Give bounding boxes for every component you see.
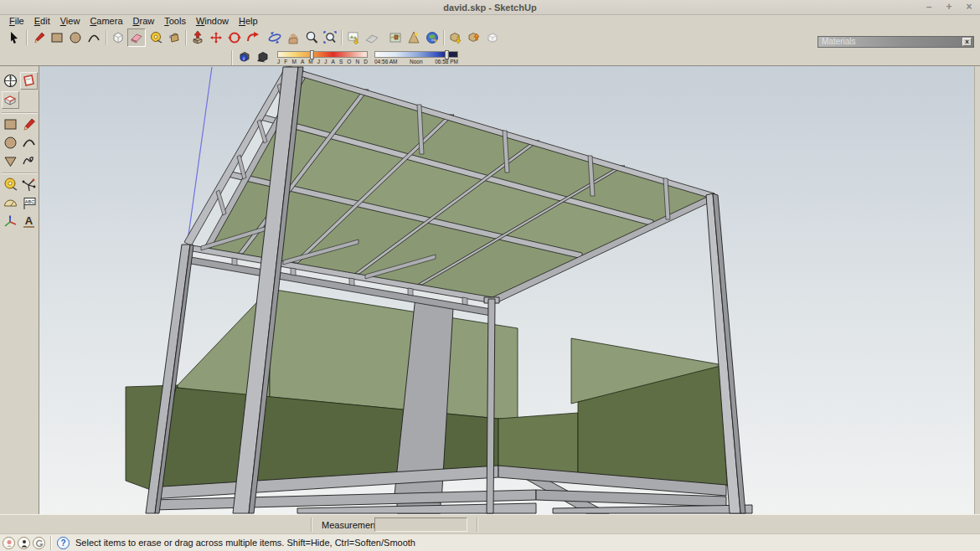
component-box-button[interactable] xyxy=(483,28,502,47)
circle-tool-button[interactable] xyxy=(66,28,85,47)
date-slider-thumb[interactable] xyxy=(310,50,314,59)
palette-separator xyxy=(2,112,38,114)
menu-bar: File Edit View Camera Draw Tools Window … xyxy=(0,15,980,28)
pan-tool-button[interactable] xyxy=(284,28,302,47)
palette-freehand-button[interactable] xyxy=(20,152,38,170)
materials-close-button[interactable]: x xyxy=(962,38,972,46)
menu-file[interactable]: File xyxy=(4,15,29,28)
status-message: Select items to erase or drag across mul… xyxy=(75,538,415,548)
arc-icon xyxy=(21,135,37,151)
svg-text:S: S xyxy=(9,83,12,87)
section-plane-button[interactable] xyxy=(20,72,38,90)
select-tool-button[interactable] xyxy=(5,28,23,47)
orbit-tool-button[interactable] xyxy=(266,28,284,47)
move-icon xyxy=(209,30,224,45)
make-component-button[interactable] xyxy=(109,28,127,47)
palette-text-button[interactable]: ABC xyxy=(20,194,38,212)
window-title: david.skp - SketchUp xyxy=(443,3,536,13)
add-location-button[interactable] xyxy=(386,28,405,47)
arc-icon xyxy=(86,30,101,45)
push-pull-button[interactable] xyxy=(188,28,207,47)
rotate-tool-button[interactable] xyxy=(225,28,244,47)
white-box-icon xyxy=(485,30,500,45)
select-arrow-icon xyxy=(7,30,22,45)
paint-bucket-button[interactable] xyxy=(165,28,183,47)
photo-textures-button[interactable] xyxy=(405,28,423,47)
paint-bucket-icon xyxy=(167,30,182,45)
shadow-settings-button[interactable]: i xyxy=(235,49,254,65)
palette-tape-measure-button[interactable] xyxy=(2,176,19,193)
shadow-time-slider[interactable]: 04:56 AMNoon06:58 PM xyxy=(374,50,458,64)
geolocation-status-icon[interactable] xyxy=(3,537,15,549)
maximize-button[interactable]: + xyxy=(943,0,955,15)
3d-text-icon: A xyxy=(21,214,37,229)
palette-circle-button[interactable] xyxy=(2,134,19,152)
get-models-icon xyxy=(448,30,463,45)
menu-draw[interactable]: Draw xyxy=(128,15,160,28)
line-tool-button[interactable] xyxy=(29,28,48,47)
menu-view[interactable]: View xyxy=(55,15,85,28)
palette-axes-tool-button[interactable] xyxy=(20,176,38,193)
measurements-input[interactable] xyxy=(374,518,467,532)
measure-separator xyxy=(477,518,478,532)
rectangle-tool-button[interactable] xyxy=(48,28,66,47)
menu-help[interactable]: Help xyxy=(234,15,263,28)
zoom-extents-button[interactable] xyxy=(321,28,339,47)
compass-tool-button[interactable]: NS xyxy=(2,72,19,90)
menu-window[interactable]: Window xyxy=(191,15,234,28)
palette-rectangle-button[interactable] xyxy=(2,116,19,133)
circle-icon xyxy=(3,135,18,151)
month-labels: JFMAMJJASOND xyxy=(277,59,368,64)
toolbar-separator xyxy=(106,30,107,45)
window-right-border xyxy=(974,66,980,514)
rectangle-icon xyxy=(3,116,18,132)
section-cut-button[interactable] xyxy=(2,91,19,109)
pencil-icon xyxy=(21,116,37,132)
move-tool-button[interactable] xyxy=(207,28,225,47)
share-model-icon xyxy=(467,30,482,45)
minimize-button[interactable]: – xyxy=(923,0,935,15)
arc-tool-button[interactable] xyxy=(85,28,103,47)
palette-polygon-button[interactable] xyxy=(2,152,19,170)
close-button[interactable]: × xyxy=(963,0,975,15)
credit-status-icon[interactable] xyxy=(18,537,30,549)
axes-tool-icon xyxy=(21,177,37,193)
palette-line-button[interactable] xyxy=(20,116,38,133)
tape-measure-button[interactable] xyxy=(147,28,165,47)
palette-3d-text-button[interactable]: A xyxy=(20,213,38,230)
eraser-tool-button[interactable] xyxy=(127,28,146,47)
menu-tools[interactable]: Tools xyxy=(159,15,191,28)
help-icon[interactable]: ? xyxy=(57,537,70,549)
measure-separator xyxy=(311,518,312,532)
compass-icon: NS xyxy=(3,73,18,89)
tape-measure-icon xyxy=(3,177,18,193)
toggle-shadows-button[interactable] xyxy=(254,49,272,65)
circle-icon xyxy=(68,30,83,45)
menu-edit[interactable]: Edit xyxy=(29,15,55,28)
toggle-terrain-button[interactable] xyxy=(363,28,381,47)
rotate-icon xyxy=(227,30,242,45)
left-tool-palette: NS xyxy=(0,66,39,514)
time-slider-thumb[interactable] xyxy=(445,50,449,59)
time-labels: 04:56 AMNoon06:58 PM xyxy=(374,59,458,64)
palette-axes-button[interactable] xyxy=(2,213,19,230)
get-current-view-button[interactable] xyxy=(344,28,363,47)
palette-arc-button[interactable] xyxy=(20,134,38,152)
toolbar-separator xyxy=(26,30,28,45)
signin-status-icon[interactable] xyxy=(33,537,45,549)
materials-panel-titlebar[interactable]: Materials x xyxy=(818,36,974,48)
share-model-button[interactable] xyxy=(465,28,483,47)
menu-camera[interactable]: Camera xyxy=(85,15,127,28)
palette-protractor-button[interactable] xyxy=(2,194,19,212)
preview-google-earth-button[interactable] xyxy=(423,28,441,47)
toolbar-separator xyxy=(231,50,233,65)
get-models-button[interactable] xyxy=(446,28,465,47)
tape-measure-icon xyxy=(148,30,163,45)
rgb-axes-icon xyxy=(3,214,18,229)
model-viewport[interactable] xyxy=(39,66,974,514)
pan-hand-icon xyxy=(286,30,301,45)
zoom-tool-button[interactable] xyxy=(302,28,321,47)
follow-me-button[interactable] xyxy=(244,28,262,47)
photo-textures-icon xyxy=(406,30,421,45)
shadow-date-slider[interactable]: JFMAMJJASOND xyxy=(277,50,368,64)
